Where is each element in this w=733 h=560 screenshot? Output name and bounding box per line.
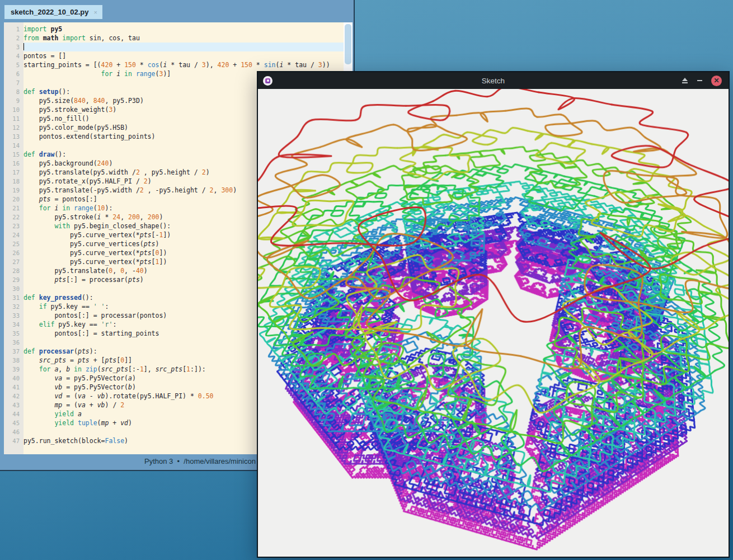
sketch-canvas <box>258 89 729 557</box>
tab-close-icon[interactable]: × <box>94 9 97 16</box>
scrollbar-thumb[interactable] <box>345 24 351 64</box>
interpreter-status: Python 3 • /home/villares/minicon <box>144 457 256 465</box>
sketch-window-title: Sketch <box>258 77 729 85</box>
code-line[interactable]: import py5 <box>24 25 344 34</box>
editor-tab-bar: sketch_2022_10_02.py × <box>0 0 354 22</box>
sketch-window: Sketch ✕ <box>257 71 730 558</box>
text-cursor <box>24 43 24 50</box>
sketch-canvas-area <box>258 89 729 557</box>
code-line[interactable]: pontos = [] <box>24 51 344 60</box>
code-line[interactable]: starting_points = [(420 + 150 * cos(i * … <box>24 60 344 69</box>
code-line[interactable] <box>24 43 344 51</box>
minimize-icon[interactable] <box>697 80 702 81</box>
code-line[interactable]: from math import sin, cos, tau <box>24 34 344 43</box>
line-number-gutter: 1234567891011121314151617181920212223242… <box>4 22 24 454</box>
sketch-titlebar[interactable]: Sketch ✕ <box>258 72 729 89</box>
tab-label: sketch_2022_10_02.py <box>11 8 89 16</box>
tab-sketch-file[interactable]: sketch_2022_10_02.py × <box>4 5 102 19</box>
window-frame-edge <box>0 22 4 454</box>
close-icon[interactable]: ✕ <box>711 76 722 86</box>
maximize-icon[interactable] <box>682 78 688 83</box>
desktop: sketch_2022_10_02.py × 12345678910111213… <box>0 0 733 560</box>
